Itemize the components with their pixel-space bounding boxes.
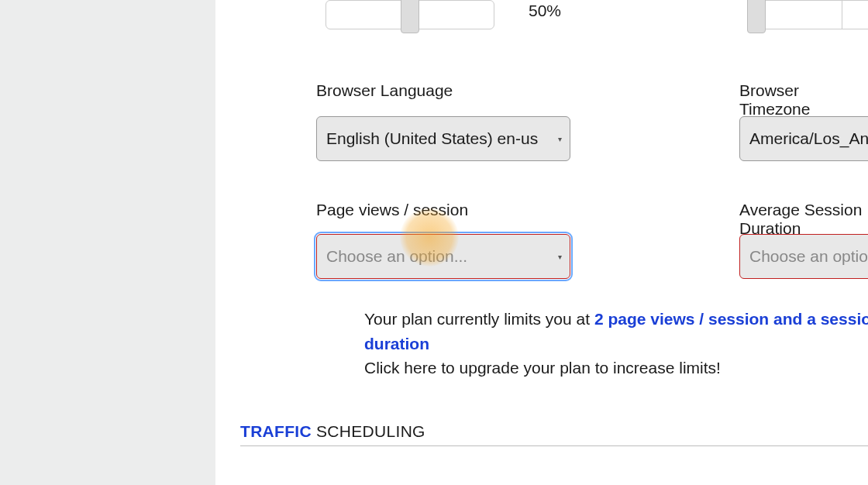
heading-bold-part: TRAFFIC: [240, 422, 312, 440]
traffic-split-slider-left[interactable]: [326, 0, 496, 37]
chevron-down-icon: ▾: [558, 253, 562, 261]
content-panel: 50% Browser Language English (United Sta…: [215, 0, 868, 485]
browser-timezone-value: America/Los_Angeles: [749, 129, 868, 148]
browser-language-value: English (United States) en-us: [326, 129, 538, 148]
slider-thumb[interactable]: [747, 0, 766, 33]
browser-language-select[interactable]: English (United States) en-us ▾: [316, 116, 570, 161]
traffic-split-slider-right[interactable]: [747, 0, 868, 37]
slider-segment: [410, 1, 494, 29]
plan-limit-notice: Your plan currently limits you at 2 page…: [364, 307, 868, 380]
slider-segment: [326, 1, 410, 29]
browser-timezone-label: Browser Timezone: [739, 81, 868, 119]
page-views-placeholder: Choose an option...: [326, 247, 467, 266]
heading-rest-part: SCHEDULING: [312, 422, 425, 440]
slider-segment: [759, 1, 842, 29]
sidebar: [0, 0, 215, 485]
session-duration-placeholder: Choose an option...: [749, 247, 868, 266]
upsell-line2: Click here to upgrade your plan to incre…: [364, 359, 721, 377]
session-duration-select[interactable]: Choose an option... ▾: [739, 234, 868, 279]
page-views-select[interactable]: Choose an option... ▾: [316, 234, 570, 279]
slider-thumb[interactable]: [401, 0, 419, 33]
browser-timezone-select[interactable]: America/Los_Angeles ▾: [739, 116, 868, 161]
slider-left-value: 50%: [529, 2, 561, 20]
browser-language-label: Browser Language: [316, 81, 453, 100]
page-views-label: Page views / session: [316, 201, 468, 219]
slider-segment: [842, 1, 868, 29]
chevron-down-icon: ▾: [558, 135, 562, 143]
traffic-scheduling-heading: TRAFFIC SCHEDULING: [240, 422, 425, 441]
section-divider: [240, 445, 868, 446]
session-duration-label: Average Session Duration: [739, 201, 868, 238]
upsell-prefix: Your plan currently limits you at: [364, 310, 594, 328]
